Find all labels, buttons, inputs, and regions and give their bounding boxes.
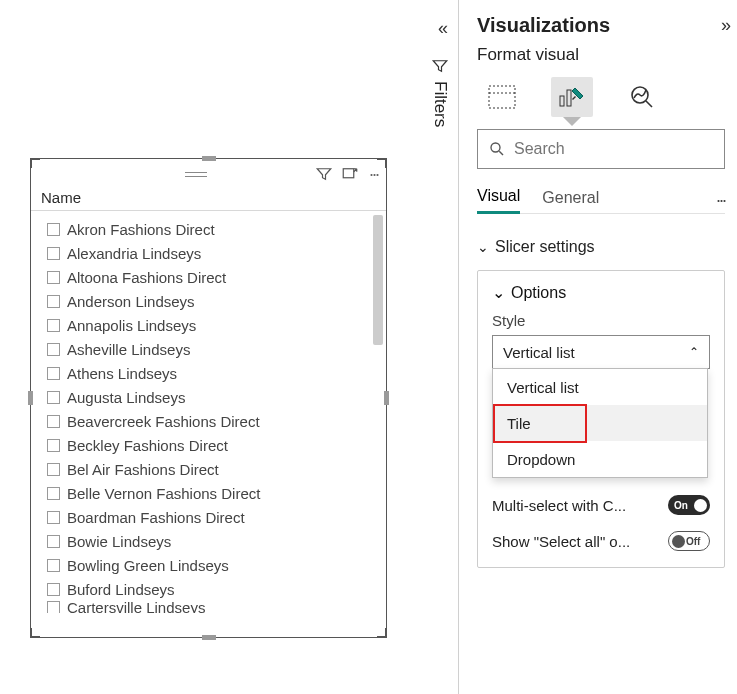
drag-grip-icon[interactable] <box>85 172 307 177</box>
list-item[interactable]: Belle Vernon Fashions Direct <box>47 481 380 505</box>
resize-handle[interactable] <box>202 635 216 640</box>
focus-mode-icon[interactable] <box>341 165 359 183</box>
expand-pane-icon[interactable]: » <box>721 15 725 36</box>
list-item[interactable]: Bowling Green Lindseys <box>47 553 380 577</box>
list-item[interactable]: Buford Lindseys <box>47 577 380 601</box>
style-dropdown: Vertical list Tile Dropdown <box>492 368 708 478</box>
list-item[interactable]: Beckley Fashions Direct <box>47 433 380 457</box>
scrollbar[interactable] <box>373 215 383 345</box>
format-visual-tab-icon[interactable] <box>551 77 593 117</box>
svg-point-7 <box>491 143 500 152</box>
list-item[interactable]: Annapolis Lindseys <box>47 313 380 337</box>
chevron-down-icon: ⌄ <box>477 239 489 255</box>
search-icon <box>488 140 506 158</box>
svg-line-6 <box>646 101 652 107</box>
collapse-pane-icon[interactable]: « <box>438 18 442 39</box>
options-section[interactable]: ⌄ Options <box>492 283 710 302</box>
search-input[interactable] <box>477 129 725 169</box>
slicer-settings-section[interactable]: ⌄ Slicer settings <box>477 238 725 256</box>
style-option-vertical-list[interactable]: Vertical list <box>493 369 707 405</box>
multiselect-toggle[interactable]: On <box>668 495 710 515</box>
list-item[interactable]: Bel Air Fashions Direct <box>47 457 380 481</box>
svg-rect-4 <box>567 90 571 106</box>
list-item[interactable]: Akron Fashions Direct <box>47 217 380 241</box>
style-label: Style <box>492 312 710 329</box>
multiselect-label: Multi-select with C... <box>492 497 626 514</box>
tab-general[interactable]: General <box>542 189 599 213</box>
panel-subtitle: Format visual <box>477 45 725 65</box>
list-item[interactable]: Bowie Lindseys <box>47 529 380 553</box>
list-item[interactable]: Anderson Lindseys <box>47 289 380 313</box>
style-option-dropdown[interactable]: Dropdown <box>493 441 707 477</box>
list-item[interactable]: Alexandria Lindseys <box>47 241 380 265</box>
style-option-tile[interactable]: Tile <box>493 405 707 441</box>
build-visual-tab-icon[interactable] <box>481 77 523 117</box>
select-all-toggle[interactable]: Off <box>668 531 710 551</box>
filter-icon[interactable] <box>315 165 333 183</box>
list-item[interactable]: Beavercreek Fashions Direct <box>47 409 380 433</box>
list-item[interactable]: Augusta Lindseys <box>47 385 380 409</box>
select-all-label: Show "Select all" o... <box>492 533 630 550</box>
list-item[interactable]: Athens Lindseys <box>47 361 380 385</box>
resize-handle[interactable] <box>202 156 216 161</box>
svg-rect-3 <box>560 96 564 106</box>
list-item[interactable]: Boardman Fashions Direct <box>47 505 380 529</box>
slicer-visual[interactable]: ··· Name Akron Fashions Direct Alexandri… <box>30 158 387 638</box>
svg-line-8 <box>499 151 503 155</box>
list-item[interactable]: Asheville Lindseys <box>47 337 380 361</box>
list-item[interactable]: Altoona Fashions Direct <box>47 265 380 289</box>
analytics-tab-icon[interactable] <box>621 77 663 117</box>
svg-rect-1 <box>489 86 515 108</box>
tab-visual[interactable]: Visual <box>477 187 520 214</box>
list-item[interactable]: Cartersville Lindseys <box>47 601 380 613</box>
chevron-up-icon: ⌃ <box>689 345 699 359</box>
chevron-down-icon: ⌄ <box>492 283 505 302</box>
filter-icon <box>431 57 449 75</box>
svg-rect-0 <box>343 169 354 178</box>
slicer-field-title: Name <box>31 189 386 211</box>
filters-pane-toggle[interactable]: Filters <box>430 57 450 127</box>
more-options-icon[interactable]: ··· <box>367 170 380 178</box>
style-select[interactable]: Vertical list ⌃ <box>492 335 710 369</box>
tab-more-icon[interactable]: ··· <box>716 190 725 211</box>
search-field[interactable] <box>514 140 714 158</box>
slicer-list[interactable]: Akron Fashions Direct Alexandria Lindsey… <box>31 211 386 621</box>
panel-title: Visualizations <box>477 14 610 37</box>
